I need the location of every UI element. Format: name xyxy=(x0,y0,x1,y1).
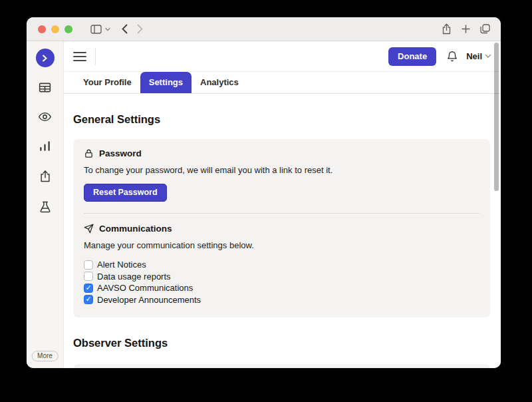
tab-settings[interactable]: Settings xyxy=(140,72,192,93)
chevron-down-icon xyxy=(485,54,491,59)
checkbox xyxy=(84,260,93,270)
traffic-lights xyxy=(38,25,72,33)
profile-tabs: Your Profile Settings Analytics xyxy=(64,72,501,94)
observer-settings-card: Observer Code xyxy=(73,364,490,368)
browser-window: More Donate Neil xyxy=(27,17,501,368)
observer-settings-heading: Observer Settings xyxy=(73,337,490,349)
chevron-right-icon xyxy=(42,55,48,62)
send-icon xyxy=(84,224,94,234)
checkbox-row-aavso-communications[interactable]: AAVSO Communications xyxy=(84,282,479,294)
scrollbar-thumb[interactable] xyxy=(494,43,499,191)
eye-icon[interactable] xyxy=(38,109,53,124)
general-settings-heading: General Settings xyxy=(73,113,490,126)
sidebar-toggle-icon[interactable] xyxy=(90,25,102,34)
close-window-button[interactable] xyxy=(38,25,46,33)
window-titlebar xyxy=(27,17,501,41)
user-menu[interactable]: Neil xyxy=(466,51,491,61)
user-name: Neil xyxy=(466,51,482,61)
communications-section-title: Communications xyxy=(99,224,172,234)
table-icon[interactable] xyxy=(38,80,53,95)
lock-icon xyxy=(84,148,94,158)
back-icon[interactable] xyxy=(122,24,128,34)
checkbox xyxy=(84,284,93,293)
chevron-down-icon[interactable] xyxy=(105,27,110,31)
checkbox-row-alert-notices[interactable]: Alert Notices xyxy=(84,259,479,271)
checkbox-row-developer-announcements[interactable]: Developer Announcements xyxy=(84,294,479,306)
communication-options: Alert Notices Data usage reports AAVSO C… xyxy=(84,259,479,305)
checkbox-row-data-usage-reports[interactable]: Data usage reports xyxy=(84,271,479,283)
general-settings-card: Password To change your password, we wil… xyxy=(73,139,490,317)
communications-description: Manage your communication settings below… xyxy=(84,240,479,250)
app-rail: More xyxy=(27,41,64,368)
settings-content: General Settings Password To change your… xyxy=(64,94,501,368)
notifications-bell-icon[interactable] xyxy=(446,50,458,63)
checkbox xyxy=(84,272,93,281)
tab-analytics[interactable]: Analytics xyxy=(192,72,247,93)
header-divider xyxy=(95,48,96,65)
password-section-title: Password xyxy=(99,148,142,158)
tab-overview-icon[interactable] xyxy=(480,24,490,34)
hamburger-menu-icon[interactable] xyxy=(73,52,86,61)
forward-icon[interactable] xyxy=(137,24,143,34)
more-button[interactable]: More xyxy=(31,351,59,361)
new-tab-icon[interactable] xyxy=(462,25,470,33)
minimize-window-button[interactable] xyxy=(51,25,59,33)
expand-rail-button[interactable] xyxy=(36,49,55,67)
zoom-window-button[interactable] xyxy=(65,25,72,33)
flask-icon[interactable] xyxy=(38,200,53,214)
bar-chart-icon[interactable] xyxy=(38,138,53,153)
share-upload-icon[interactable] xyxy=(38,169,53,184)
share-icon[interactable] xyxy=(442,23,452,35)
tab-your-profile[interactable]: Your Profile xyxy=(74,72,140,93)
donate-button[interactable]: Donate xyxy=(388,47,436,66)
app-header: Donate Neil xyxy=(64,41,501,72)
password-description: To change your password, we will email y… xyxy=(84,165,479,175)
reset-password-button[interactable]: Reset Password xyxy=(84,184,167,202)
checkbox xyxy=(84,295,93,304)
card-divider xyxy=(84,213,479,214)
